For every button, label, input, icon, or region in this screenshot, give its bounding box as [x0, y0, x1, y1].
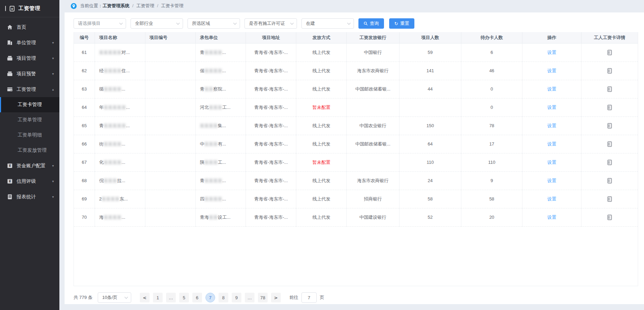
sidebar-item-credit-rating[interactable]: ¥ 信用评级 ▾ [0, 173, 59, 189]
chevron-down-icon [233, 21, 237, 25]
cell-detail [581, 153, 638, 171]
cell-detail [581, 43, 638, 62]
cell-contractor: 陕某某某工... [195, 153, 246, 171]
sidebar-subitem-label: 工资单管理 [18, 117, 42, 123]
app-title: 工资管理 [18, 5, 40, 12]
page-size-select[interactable]: 10条/页 [98, 292, 131, 303]
page-ellipsis[interactable]: … [166, 293, 176, 302]
settings-link[interactable]: 设置 [547, 196, 556, 201]
sidebar-item-wage-management[interactable]: 工资管理 ▴ [0, 82, 59, 97]
cell-cards: 58 [461, 190, 522, 208]
page-button-5[interactable]: 5 [179, 293, 189, 302]
table-row: 66 街某某某某... 中某某某有... 青海省-海东市-... 线上代发 中国… [74, 135, 638, 153]
sidebar-item-project-alert[interactable]: 项目预警 ▾ [0, 66, 59, 82]
chevron-down-icon [119, 21, 123, 25]
settings-link[interactable]: 设置 [547, 160, 556, 165]
redacted-text: 某某 [209, 215, 218, 220]
sidebar-item-home[interactable]: 首页 [0, 19, 59, 35]
redacted-text: 某某某某 [104, 86, 122, 92]
cell-action: 设置 [522, 171, 581, 190]
page-button-9[interactable]: 9 [232, 293, 241, 302]
chevron-down-icon: ▾ [52, 195, 54, 199]
cell-people: 64 [399, 135, 461, 153]
page-button-78[interactable]: 78 [258, 293, 268, 302]
wage-card-detail-icon[interactable] [607, 215, 612, 220]
settings-link[interactable]: 设置 [547, 215, 556, 220]
cell-method: 线上代发 [296, 62, 347, 80]
column-header-id: 编号 [74, 32, 95, 43]
page-ellipsis[interactable]: … [245, 293, 254, 302]
chevron-down-icon: ▾ [52, 56, 54, 60]
page-button-7[interactable]: 7 [205, 293, 215, 302]
page-button-8[interactable]: 8 [219, 293, 228, 302]
table-row: 62 经某某某某住... 倨某某某某... 青海省-海东市-... 线上代发 海… [74, 62, 638, 80]
settings-link[interactable]: 设置 [547, 178, 556, 183]
cell-address: 青海省-海东市-... [246, 153, 296, 171]
page-jump-input[interactable] [301, 292, 317, 303]
sidebar-subitem-payroll-detail[interactable]: 工资单明细 [0, 128, 59, 143]
sidebar-item-report-statistics[interactable]: 报表统计 ▾ [0, 189, 59, 205]
yuan-box-icon: ¥ [7, 163, 13, 169]
chevron-down-icon: ▾ [52, 164, 54, 168]
settings-link[interactable]: 设置 [547, 50, 556, 55]
filter-region-select[interactable]: 所选区域 [188, 18, 240, 29]
column-header-method: 发放方式 [296, 32, 347, 43]
settings-link[interactable]: 设置 [547, 68, 556, 73]
settings-link[interactable]: 设置 [547, 123, 556, 128]
cell-bank: 中国建设银行 [347, 208, 400, 226]
redacted-text: 某某某某 [204, 68, 222, 73]
sidebar-subitem-payroll-management[interactable]: 工资单管理 [0, 112, 59, 128]
cell-contractor: 倨某某某某... [195, 62, 246, 80]
cell-project-code [145, 190, 195, 208]
settings-link[interactable]: 设置 [547, 86, 556, 92]
search-icon [364, 21, 368, 26]
cell-project-code [145, 208, 195, 226]
reset-button[interactable]: ↻ 重置 [389, 18, 414, 29]
wage-card-table: 编号项目名称项目编号承包单位项目地址发放方式工资发放银行项目人数待办卡人数操作工… [74, 32, 638, 286]
page-buttons: 1…56789…78 [151, 293, 269, 302]
breadcrumb-segment-system[interactable]: 工资管理系统 [103, 3, 129, 8]
sidebar-item-project-management[interactable]: 项目管理 ▾ [0, 50, 59, 66]
next-page-button[interactable]: > [271, 293, 281, 302]
sidebar-item-fund-account-config[interactable]: ¥ 资金账户配置 ▾ [0, 158, 59, 173]
cell-method: 线上代发 [296, 116, 347, 135]
wage-doc-icon: ¥ [9, 6, 15, 12]
prev-page-button[interactable]: < [140, 293, 150, 302]
page-button-6[interactable]: 6 [192, 293, 202, 302]
sidebar-item-unit-management[interactable]: 单位管理 ▾ [0, 35, 59, 50]
page-button-1[interactable]: 1 [153, 293, 163, 302]
chevron-down-icon [347, 21, 351, 25]
cell-id: 68 [74, 171, 95, 190]
wage-card-detail-icon[interactable] [607, 86, 612, 92]
column-header-detail: 工人工资卡详情 [581, 32, 638, 43]
wage-card-detail-icon[interactable] [607, 160, 612, 165]
sidebar-item-label: 项目预警 [17, 71, 52, 77]
wage-card-detail-icon[interactable] [607, 178, 612, 184]
sidebar-subitem-label: 工资发放管理 [18, 147, 47, 153]
redacted-text: 某某某某某 [104, 123, 126, 128]
wage-card-detail-icon[interactable] [607, 68, 612, 74]
search-button[interactable]: 查询 [358, 18, 384, 29]
table-row: 67 化某某某某... 陕某某某工... 青海省-海东市-... 暂未配置 11… [74, 153, 638, 171]
wage-card-detail-icon[interactable] [607, 141, 612, 147]
breadcrumb-segment-wage-management[interactable]: 工资管理 [136, 3, 154, 8]
cell-bank: 中国邮政储蓄银... [347, 135, 400, 153]
sidebar-subitem-wage-issue-management[interactable]: 工资发放管理 [0, 143, 59, 158]
wage-card-detail-icon[interactable] [607, 196, 612, 202]
cell-id: 62 [74, 62, 95, 80]
settings-link[interactable]: 设置 [547, 141, 556, 147]
filter-status-select[interactable]: 在建 [301, 18, 354, 29]
filter-project-select[interactable]: 请选择项目 [74, 18, 126, 29]
wage-card-detail-icon[interactable] [607, 123, 612, 129]
filter-industry-select[interactable]: 全部行业 [131, 18, 183, 29]
page-jump: 前往 页 [289, 292, 324, 303]
sidebar-subitem-wage-card-management[interactable]: 工资卡管理 [0, 97, 59, 112]
filter-construction-permit-select[interactable]: 是否有施工许可证 [244, 18, 297, 29]
redacted-text: 某某某某 [204, 196, 222, 201]
location-pin-icon [71, 3, 77, 9]
wage-card-detail-icon[interactable] [607, 50, 612, 55]
cell-people: 52 [399, 208, 461, 226]
cell-bank: 中国农业银行 [347, 116, 400, 135]
wage-card-detail-icon[interactable] [607, 105, 612, 110]
settings-link[interactable]: 设置 [547, 105, 556, 110]
